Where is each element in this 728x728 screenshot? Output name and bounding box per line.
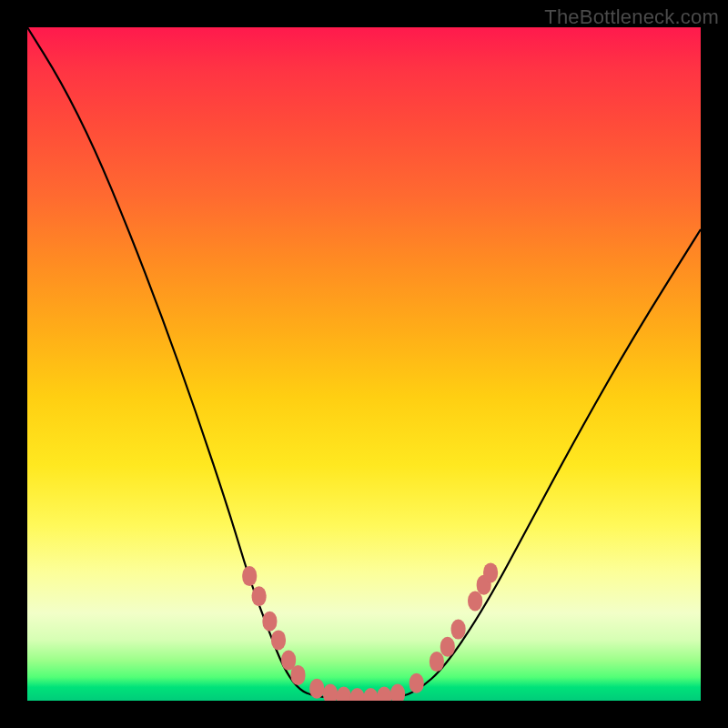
curve-marker (440, 637, 455, 657)
curve-marker (271, 630, 286, 650)
curve-marker (309, 679, 324, 699)
bottleneck-curve (27, 27, 701, 699)
marker-group (242, 562, 498, 701)
curve-marker (337, 687, 351, 701)
curve-marker (451, 620, 466, 640)
curve-marker (350, 688, 365, 701)
curve-marker (262, 612, 277, 632)
curve-marker (430, 652, 444, 672)
curve-marker (410, 673, 424, 693)
curve-marker (377, 687, 391, 701)
curve-marker (483, 562, 498, 582)
curve-marker (468, 592, 482, 612)
curve-marker (242, 566, 257, 586)
curve-marker (390, 684, 405, 701)
curve-marker (323, 684, 338, 701)
watermark-text: TheBottleneck.com (544, 5, 719, 29)
curve-marker (363, 688, 378, 701)
curve-marker (252, 586, 267, 606)
curve-layer (27, 27, 701, 701)
curve-marker (291, 665, 306, 685)
chart-stage: TheBottleneck.com (0, 0, 728, 728)
